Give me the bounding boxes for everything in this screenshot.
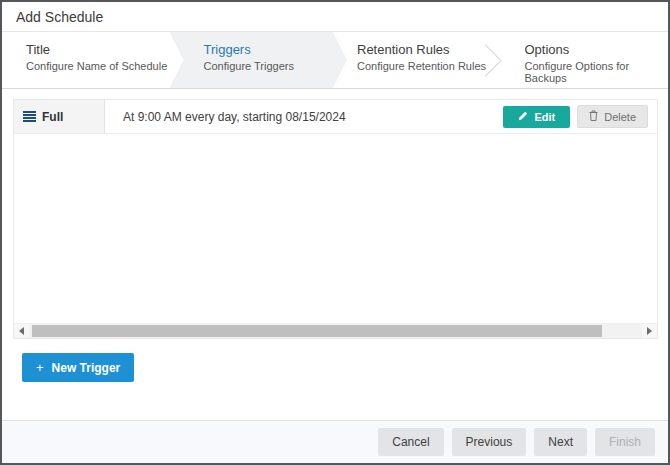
scroll-left-arrow-icon[interactable]	[14, 324, 29, 338]
edit-button[interactable]: Edit	[503, 106, 570, 128]
horizontal-scrollbar	[14, 323, 657, 338]
step-title-sublabel: Configure Name of Schedule	[26, 60, 170, 72]
trigger-type-label: Full	[42, 110, 63, 124]
add-schedule-dialog: Add Schedule Title Configure Name of Sch…	[0, 0, 670, 465]
step-retention-rules-sublabel: Configure Retention Rules	[357, 60, 501, 72]
step-triggers-label: Triggers	[204, 42, 348, 57]
step-triggers[interactable]: Triggers Configure Triggers	[170, 32, 348, 88]
step-retention-rules-label: Retention Rules	[357, 42, 501, 57]
pencil-icon	[518, 111, 528, 123]
step-title[interactable]: Title Configure Name of Schedule	[2, 32, 170, 88]
scrollbar-thumb[interactable]	[32, 325, 602, 337]
delete-button-label: Delete	[604, 111, 636, 123]
trigger-row-actions: Edit Delete	[503, 100, 657, 133]
step-title-label: Title	[26, 42, 170, 57]
wizard-stepper: Title Configure Name of Schedule Trigger…	[2, 32, 668, 89]
dialog-header: Add Schedule	[2, 2, 668, 32]
trigger-list: Full At 9:00 AM every day, starting 08/1…	[13, 99, 658, 339]
trash-icon	[589, 110, 598, 123]
trigger-type-cell: Full	[14, 100, 105, 133]
previous-button[interactable]: Previous	[452, 428, 527, 456]
new-trigger-button[interactable]: + New Trigger	[22, 353, 134, 382]
step-options-sublabel: Configure Options for Backups	[525, 60, 669, 84]
scroll-right-arrow-icon[interactable]	[642, 324, 657, 338]
dialog-footer: Cancel Previous Next Finish	[2, 420, 668, 463]
dialog-title: Add Schedule	[16, 9, 103, 25]
delete-button[interactable]: Delete	[577, 105, 648, 128]
new-trigger-button-label: New Trigger	[52, 361, 121, 375]
plus-icon: +	[36, 360, 44, 375]
step-options[interactable]: Options Configure Options for Backups	[501, 32, 669, 88]
finish-button[interactable]: Finish	[595, 428, 655, 456]
trigger-row: Full At 9:00 AM every day, starting 08/1…	[14, 100, 657, 134]
next-button[interactable]: Next	[534, 428, 587, 456]
drag-handle-icon[interactable]	[23, 111, 36, 123]
step-triggers-sublabel: Configure Triggers	[204, 60, 348, 72]
trigger-schedule-text: At 9:00 AM every day, starting 08/15/202…	[105, 100, 503, 133]
cancel-button[interactable]: Cancel	[378, 428, 443, 456]
step-options-label: Options	[525, 42, 669, 57]
scrollbar-track[interactable]	[29, 324, 642, 338]
edit-button-label: Edit	[534, 111, 555, 123]
step-retention-rules[interactable]: Retention Rules Configure Retention Rule…	[333, 32, 501, 88]
